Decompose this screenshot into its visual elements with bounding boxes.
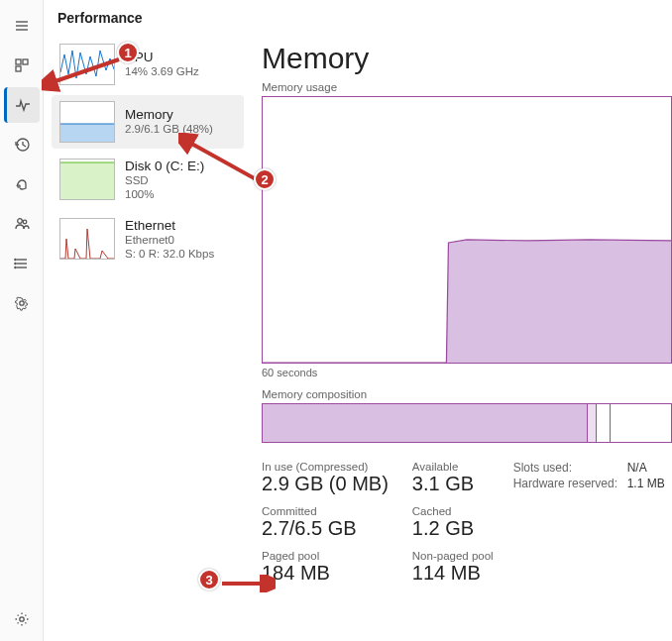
cpu-thumb (59, 44, 115, 85)
stats-right: Slots used: N/A Hardware reserved: 1.1 M… (513, 461, 665, 585)
processes-icon[interactable] (4, 48, 40, 83)
users-icon[interactable] (4, 206, 40, 242)
chart-label: Memory usage (262, 81, 672, 93)
svg-rect-19 (60, 162, 115, 200)
card-sub: SSD (125, 173, 204, 187)
composition-label: Memory composition (262, 388, 672, 400)
memory-thumb (59, 101, 115, 143)
stat-cached: Cached 1.2 GB (412, 505, 494, 540)
disk-thumb (59, 159, 115, 200)
performance-icon[interactable] (4, 87, 40, 123)
card-sub: 2.9/6.1 GB (48%) (125, 122, 213, 136)
card-sub2: 100% (125, 187, 204, 201)
svg-rect-5 (16, 66, 21, 71)
ethernet-thumb (59, 218, 115, 260)
menu-icon[interactable] (4, 8, 40, 44)
card-title: Memory (125, 107, 213, 122)
svg-point-16 (19, 301, 23, 305)
svg-marker-20 (263, 240, 671, 363)
detail-panel: Memory Memory usage 60 seconds Memory co… (252, 32, 672, 641)
sidebar-item-ethernet[interactable]: Ethernet Ethernet0 S: 0 R: 32.0 Kbps (52, 212, 244, 267)
startup-icon[interactable] (4, 166, 40, 202)
card-sub: Ethernet0 (125, 233, 214, 247)
svg-point-13 (14, 259, 15, 260)
svg-point-17 (19, 617, 23, 621)
detail-title: Memory (262, 42, 672, 75)
details-icon[interactable] (4, 246, 40, 281)
memory-usage-chart (262, 96, 672, 364)
sidebar-item-cpu[interactable]: CPU 14% 3.69 GHz (52, 38, 244, 91)
svg-rect-4 (23, 59, 28, 64)
card-sub: 14% 3.69 GHz (125, 64, 199, 78)
resource-sidebar: CPU 14% 3.69 GHz Memory 2.9/6.1 GB (48%) (44, 32, 252, 641)
sidebar-item-memory[interactable]: Memory 2.9/6.1 GB (48%) (52, 95, 244, 149)
services-icon[interactable] (4, 285, 40, 321)
page-title: Performance (44, 0, 672, 32)
card-sub2: S: 0 R: 32.0 Kbps (125, 247, 214, 261)
stat-in-use: In use (Compressed) 2.9 GB (0 MB) (262, 461, 389, 495)
card-title: CPU (125, 50, 199, 64)
svg-rect-3 (16, 59, 21, 64)
svg-point-8 (17, 219, 22, 224)
card-title: Ethernet (125, 218, 214, 233)
svg-point-14 (14, 263, 15, 264)
svg-point-7 (17, 185, 19, 187)
sidebar-item-disk0[interactable]: Disk 0 (C: E:) SSD 100% (52, 153, 244, 208)
svg-point-15 (14, 267, 15, 267)
svg-point-9 (23, 220, 27, 224)
nav-rail (0, 0, 44, 641)
axis-left: 60 seconds (262, 367, 317, 378)
memory-composition-bar (262, 403, 672, 443)
settings-icon[interactable] (4, 601, 40, 637)
stat-committed: Committed 2.7/6.5 GB (262, 505, 389, 540)
stat-available: Available 3.1 GB (412, 461, 494, 495)
history-icon[interactable] (4, 127, 40, 162)
card-title: Disk 0 (C: E:) (125, 159, 204, 173)
stat-nonpaged: Non-paged pool 114 MB (412, 550, 494, 585)
svg-rect-18 (60, 124, 115, 143)
stat-paged: Paged pool 184 MB (262, 550, 389, 585)
